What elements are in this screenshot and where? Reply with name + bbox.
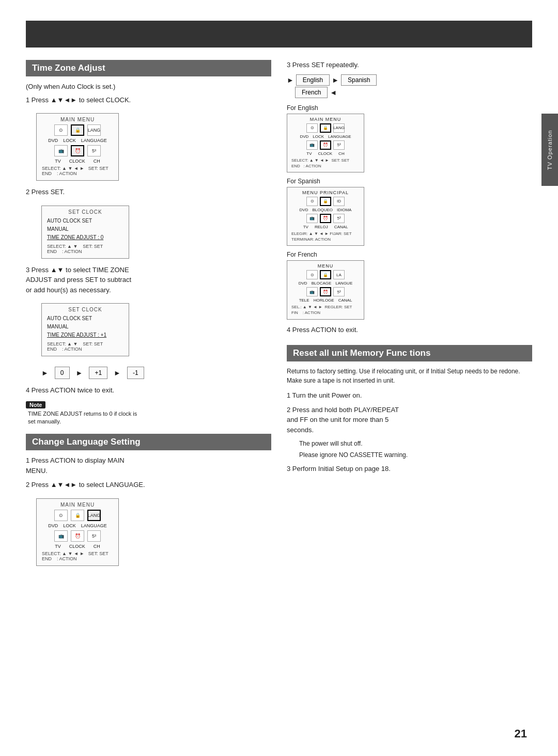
fre-menu-row1: ⊙ 🔒 LA [291,270,360,279]
cl-menu-clock: ⏰ [71,530,84,542]
sc1-items: AUTO CLOCK SET MANUAL TIME ZONE ADJUST :… [47,217,123,242]
eng-menu-bottom: SELECT: ▲ ▼ ◄ ► SET: SETEND : ACTION [291,158,360,169]
arrow-box-0: 0 [55,367,70,379]
french-menu-diagram: MENU ⊙ 🔒 LA DVD BLOCAGE LANGUE 📺 ⏰ [287,260,364,319]
eng-labels1: DVD LOCK LANGUAGE [291,134,360,139]
tz-setclock-diagram-1: SET CLOCK AUTO CLOCK SET MANUAL TIME ZON… [41,206,129,259]
page-number: 21 [515,727,527,741]
fre-menu-title: MENU [291,263,360,269]
top-bar [26,21,532,48]
lang-box-spanish: Spanish [341,74,377,86]
sc2-title: SET CLOCK [47,307,123,312]
sc2-items: AUTO CLOCK SET MANUAL TIME ZONE ADJUST :… [47,314,123,339]
for-spanish-label: For Spanish [287,178,532,185]
cl-menu-row2: 📺 ⏰ 5³ [42,530,113,542]
eng-lock: 🔒 [320,123,331,133]
tz-step3: 3 Press ▲▼ to select TIME ZONE ADJUST an… [26,265,271,295]
cl-menu-tv: 📺 [54,530,68,542]
cl-menu-dvd: ⊙ [54,510,68,521]
reset-notes: The power will shut off. Please ignore N… [287,439,532,460]
cl-menu-lock: 🔒 [71,510,84,521]
tz-step2: 2 Press SET. [26,187,271,197]
spa-labels2: TV RELOJ CANAL [291,225,360,229]
english-menu-diagram: MAIN MENU ⊙ 🔒 LANG DVD LOCK LANGUAGE 📺 ⏰ [287,114,364,172]
lang-flow-container: ► English ► Spanish French ◄ [287,74,532,98]
spa-menu-bottom: ELEGIR: ▲ ▼ ◄ ► FIJAR: SETTERMINAR: ACTI… [291,231,360,242]
cl-menu-select: SELECT: ▲ ▼ ◄ ► SET: SETEND : ACTION [42,551,113,561]
time-zone-header: Time Zone Adjust [26,60,271,76]
sc1-title: SET CLOCK [47,209,123,215]
auto-clock-note: (Only when Auto Clock is set.) [26,82,271,92]
for-french-label: For French [287,251,532,258]
cl-step4: 4 Press ACTION to exit. [287,325,532,335]
eng-tv: 📺 [306,140,318,150]
eng-clock: ⏰ [320,140,331,150]
cl-step3-prefix: 3 Press SET repeatedly. [287,60,532,70]
fre-canal: 5³ [333,287,345,296]
left-column: Time Zone Adjust (Only when Auto Clock i… [26,60,271,572]
spa-menu-row2: 📺 ⏰ 5³ [291,214,360,223]
spa-canal: 5³ [333,214,345,223]
reset-note2: Please ignore NO CASSETTE warning. [299,450,532,460]
eng-menu-row1: ⊙ 🔒 LANG [291,123,360,133]
eng-ch: 5³ [333,140,345,150]
tz-menu1-tv: 📺 [54,145,68,156]
tz-menu1-select: SELECT: ▲ ▼ ◄ ► SET: SETEND : ACTION [42,166,113,176]
right-column: 3 Press SET repeatedly. ► English ► Span… [287,60,532,572]
fre-horloge: ⏰ [320,287,331,296]
tz-arrow-diagram: ► 0 ► +1 ► -1 [41,367,271,379]
reset-step3: 3 Perform Initial Setup on page 18. [287,464,532,474]
reset-step2: 2 Press and hold both PLAY/REPEAT and FF… [287,405,532,435]
fre-blocage: 🔒 [320,270,331,279]
note-text: TIME ZONE ADJUST returns to 0 if clock i… [26,410,271,426]
cl-menu-lang: LANG [87,510,101,521]
fre-dvd: ⊙ [306,270,318,279]
tz-menu1-clock: ⏰ [71,145,84,156]
tz-setclock-diagram-2: SET CLOCK AUTO CLOCK SET MANUAL TIME ZON… [41,303,129,356]
cl-menu-ch: 5³ [87,530,101,542]
sc2-bottom: SELECT: ▲ ▼ SET: SETEND : ACTION [47,341,123,352]
main-content: Time Zone Adjust (Only when Auto Clock i… [26,60,532,572]
spa-reloj: ⏰ [320,214,331,223]
eng-labels2: TV CLOCK CH [291,151,360,156]
for-spanish-section: For Spanish MENU PRINCIPAL ⊙ 🔒 ID DVD BL… [287,178,532,246]
eng-menu-row2: 📺 ⏰ 5³ [291,140,360,150]
reset-desc: Returns to factory setting. Use if reloc… [287,367,532,385]
tz-menu1-dvd: ⊙ [54,124,68,136]
tz-menu1-row-labels2: TV CLOCK CH [42,159,113,164]
change-lang-header: Change Language Setting [26,434,271,450]
tz-step1: 1 Press ▲▼◄► to select CLOCK. [26,95,271,105]
fre-menu-bottom: SEL.: ▲ ▼ ◄ ► REGLER: SETFIN : ACTION [291,304,360,316]
sc1-bottom: SELECT: ▲ ▼ SET: SETEND : ACTION [47,244,123,254]
fre-tele: 📺 [306,287,318,296]
tz-menu1-lock: 🔒 [71,124,84,136]
cl-menu-diagram: MAIN MENU ⊙ 🔒 LANG DVD LOCK LANGUAGE 📺 ⏰… [36,498,119,566]
eng-menu-title: MAIN MENU [291,117,360,122]
for-french-section: For French MENU ⊙ 🔒 LA DVD BLOCAGE LANGU… [287,251,532,319]
spa-idioma: ID [333,197,345,206]
tz-step4: 4 Press ACTION twice to exit. [26,385,271,396]
tz-menu1-row2: 📺 ⏰ 5³ [42,145,113,156]
for-english-section: For English MAIN MENU ⊙ 🔒 LANG DVD LOCK … [287,104,532,172]
note-label: Note [26,401,45,408]
tz-menu1-title: MAIN MENU [42,117,113,122]
arrow-box-plus1: +1 [89,367,107,379]
reset-header: Reset all unit Memory Func tions [287,345,532,361]
fre-langue: LA [333,270,345,279]
spa-menu-title: MENU PRINCIPAL [291,190,360,195]
spa-labels1: DVD BLOQUEO IDIOMA [291,208,360,212]
reset-step1: 1 Turn the unit Power on. [287,390,532,401]
eng-dvd: ⊙ [306,123,318,133]
cl-menu-title: MAIN MENU [42,502,113,508]
reset-note1: The power will shut off. [299,439,532,448]
spa-tv: 📺 [306,214,318,223]
spa-bloqueo: 🔒 [320,197,331,206]
lang-flow-row1: ► English ► Spanish [287,74,532,86]
for-english-label: For English [287,104,532,112]
tz-note-box: Note TIME ZONE ADJUST returns to 0 if cl… [26,400,271,426]
spa-dvd: ⊙ [306,197,318,206]
cl-menu-labels1: DVD LOCK LANGUAGE [42,523,113,528]
tz-menu1-lang: LANG [87,124,101,136]
lang-flow-row2: French ◄ [295,87,532,98]
cl-step1: 1 Press ACTION to display MAIN MENU. [26,455,271,476]
